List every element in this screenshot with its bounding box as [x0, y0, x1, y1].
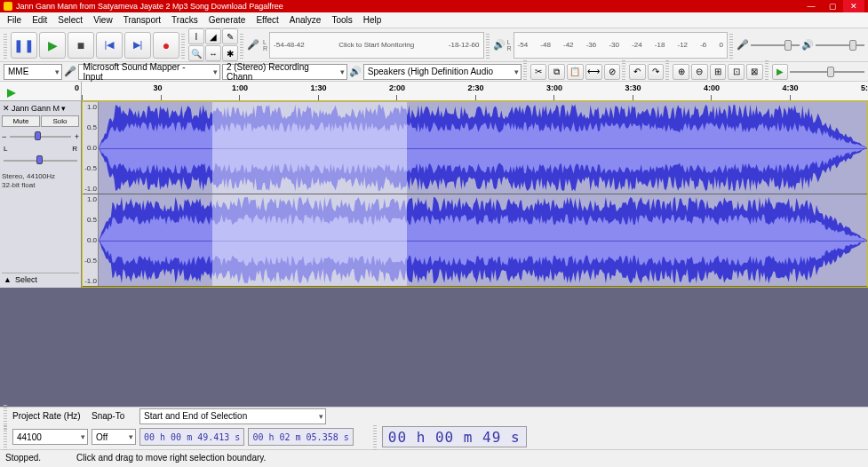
envelope-tool-icon[interactable]: ◢ [205, 28, 221, 44]
empty-track-area[interactable] [0, 288, 868, 407]
menu-help[interactable]: Help [358, 13, 387, 27]
status-bar: Stopped. Click and drag to move right se… [0, 449, 868, 465]
timeshift-tool-icon[interactable]: ↔ [205, 45, 221, 61]
snap-to-combo[interactable]: Off [92, 429, 136, 445]
play-device-combo[interactable]: Speakers (High Definition Audio [363, 64, 522, 80]
waveform-area[interactable]: 1.00.50.0-0.5-1.0 1.00.50.0-0.5-1.0 [82, 101, 868, 288]
collapse-icon[interactable]: ▲ [4, 275, 12, 284]
menu-effect[interactable]: Effect [251, 13, 283, 27]
grip[interactable] [665, 59, 669, 85]
timeline-label: 5:00 [861, 83, 868, 92]
zoom-tool-icon[interactable]: 🔍 [188, 45, 204, 61]
grip[interactable] [240, 32, 243, 59]
play-button[interactable]: ▶ [39, 32, 66, 59]
grip[interactable] [622, 59, 625, 85]
paste-button[interactable]: 📋 [567, 64, 584, 80]
menu-analyze[interactable]: Analyze [284, 13, 327, 27]
trim-button[interactable]: ⟷ [585, 64, 602, 80]
speaker-icon: 🔊 [349, 66, 362, 77]
play-speed-slider[interactable] [790, 66, 864, 78]
recording-meter[interactable]: -54-48-42 Click to Start Monitoring -18-… [269, 32, 483, 59]
grip[interactable] [4, 32, 7, 59]
cut-button[interactable]: ✂ [530, 64, 547, 80]
silence-button[interactable]: ⊘ [604, 64, 621, 80]
grip[interactable] [373, 423, 377, 450]
timeline-label: 2:00 [389, 83, 405, 92]
app-icon [4, 2, 12, 11]
menu-view[interactable]: View [88, 13, 118, 27]
timeline-label: 3:00 [546, 83, 562, 92]
rec-channels-combo[interactable]: 2 (Stereo) Recording Chann [222, 64, 347, 80]
play-at-speed-button[interactable]: ▶ [772, 64, 789, 80]
timeline-ruler[interactable]: 0301:001:302:002:303:003:304:004:305:00 [0, 82, 868, 101]
window-titlebar: Jann Gann Mann from Satyameva Jayate 2 M… [0, 0, 868, 12]
skip-start-button[interactable]: |◀ [96, 32, 123, 59]
skip-end-button[interactable]: ▶| [124, 32, 151, 59]
menu-edit[interactable]: Edit [27, 13, 52, 27]
zoom-toggle-button[interactable]: ⊠ [746, 64, 763, 80]
selection-mode-combo[interactable]: Start and End of Selection [139, 408, 326, 424]
track-menu-icon[interactable]: ▾ [61, 104, 66, 113]
stop-button[interactable]: ■ [68, 32, 94, 59]
track-area: ✕Jann Gann M▾ MuteSolo −+ LR Stereo, 441… [0, 101, 868, 288]
copy-button[interactable]: ⧉ [548, 64, 565, 80]
channel-left[interactable]: 1.00.50.0-0.5-1.0 [83, 102, 867, 194]
solo-button[interactable]: Solo [41, 115, 79, 127]
lr-label: LR [507, 39, 512, 51]
gain-slider[interactable] [10, 131, 70, 142]
audio-position-time[interactable]: 00 h 00 m 49 s [382, 426, 527, 447]
select-label[interactable]: Select [15, 275, 37, 284]
speaker-icon[interactable]: 🔊 [493, 39, 506, 51]
timeline-label: 1:30 [311, 83, 327, 92]
selection-region[interactable] [212, 102, 407, 194]
playback-meter[interactable]: -54-48-42-36-30-24-18-12-60 [514, 32, 728, 59]
redo-button[interactable]: ↷ [648, 64, 665, 80]
menu-transport[interactable]: Transport [118, 13, 166, 27]
zoom-out-button[interactable]: ⊖ [691, 64, 708, 80]
selection-start-time[interactable]: 00 h 00 m 49.413 s [139, 428, 244, 446]
pan-slider[interactable] [4, 155, 77, 166]
close-button[interactable]: ✕ [843, 0, 864, 12]
recording-volume-slider[interactable] [751, 39, 800, 51]
grip[interactable] [729, 32, 733, 59]
record-button[interactable]: ● [153, 32, 179, 59]
draw-tool-icon[interactable]: ✎ [222, 28, 238, 44]
pause-button[interactable]: ❚❚ [11, 32, 37, 59]
fit-selection-button[interactable]: ⊞ [710, 64, 727, 80]
project-rate-combo[interactable]: 44100 [12, 429, 88, 445]
rec-meter-icon[interactable]: 🎤 [247, 32, 261, 59]
grip[interactable] [486, 32, 490, 59]
menubar: File Edit Select View Transport Tracks G… [0, 12, 868, 28]
selection-tool-icon[interactable]: I [188, 28, 204, 44]
snap-to-label: Snap-To [92, 411, 136, 421]
minimize-button[interactable]: — [800, 0, 822, 12]
rec-device-combo[interactable]: Microsoft Sound Mapper - Input [78, 64, 219, 80]
maximize-button[interactable]: ▢ [822, 0, 843, 12]
host-combo[interactable]: MME [4, 64, 62, 80]
track-close-icon[interactable]: ✕ [3, 104, 10, 113]
grip[interactable] [181, 32, 185, 59]
menu-tracks[interactable]: Tracks [166, 13, 203, 27]
mic-icon: 🎤 [247, 39, 259, 51]
selection-region[interactable] [212, 194, 407, 286]
menu-tools[interactable]: Tools [326, 13, 357, 27]
fit-project-button[interactable]: ⊡ [728, 64, 745, 80]
selection-bar-labels: Project Rate (Hz) Snap-To Start and End … [0, 407, 868, 424]
window-title: Jann Gann Mann from Satyameva Jayate 2 M… [16, 2, 283, 11]
menu-generate[interactable]: Generate [203, 13, 251, 27]
track-format: Stereo, 44100Hz [2, 172, 79, 181]
selection-end-time[interactable]: 00 h 02 m 05.358 s [248, 428, 353, 446]
undo-button[interactable]: ↶ [629, 64, 646, 80]
playback-volume-slider[interactable] [816, 39, 864, 51]
channel-right[interactable]: 1.00.50.0-0.5-1.0 [83, 194, 867, 287]
grip[interactable] [523, 59, 527, 85]
menu-file[interactable]: File [2, 13, 27, 27]
menu-select[interactable]: Select [52, 13, 88, 27]
grip[interactable] [4, 423, 7, 450]
multi-tool-icon[interactable]: ✱ [222, 45, 238, 61]
mute-button[interactable]: Mute [2, 115, 40, 127]
grip[interactable] [765, 59, 768, 85]
track-bitdepth: 32-bit float [2, 181, 79, 190]
zoom-in-button[interactable]: ⊕ [673, 64, 689, 80]
track-name[interactable]: Jann Gann M [12, 104, 60, 113]
